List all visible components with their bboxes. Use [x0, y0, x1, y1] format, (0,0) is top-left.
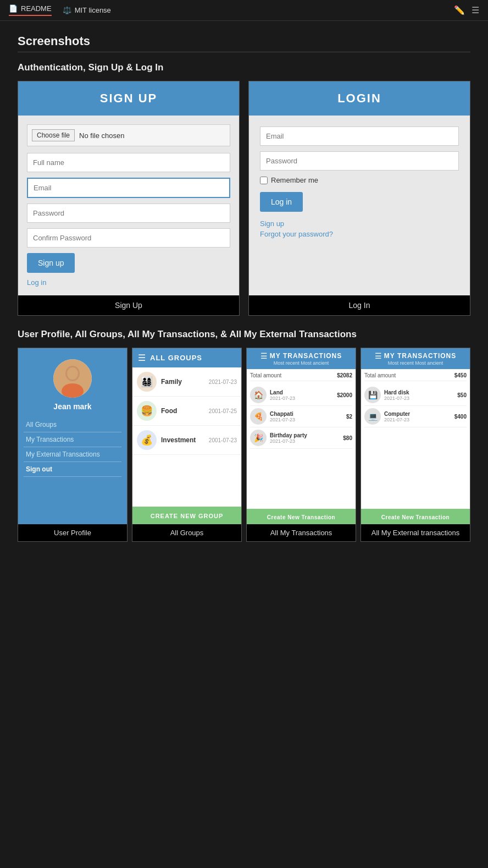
birthday-icon: 🎉: [250, 430, 267, 446]
transactions-body: Total amount $2082 🏠 Land 2021-07-23 $20…: [247, 369, 356, 509]
avatar: [53, 359, 92, 398]
computer-icon: 💻: [364, 408, 381, 425]
main-title: Screenshots: [18, 34, 470, 48]
remember-checkbox[interactable]: [260, 177, 268, 184]
groups-header: ☰ ALL GROUPS: [132, 348, 241, 367]
auth-screenshots-row: SIGN UP Choose file No file chosen: [18, 81, 470, 316]
transaction-name: Hard disk: [384, 389, 454, 395]
login-caption: Log In: [249, 295, 470, 315]
nav-license-label: MIT license: [75, 6, 111, 14]
list-item: 🍔 Food 2001-07-25: [132, 397, 241, 426]
user-name: Jean mark: [53, 402, 91, 411]
forgot-password-link[interactable]: Forgot your password?: [260, 230, 459, 238]
list-item: 💻 Computer 2021-07-23 $400: [364, 406, 467, 427]
transactions-title: MY TRANSACTIONS: [270, 352, 342, 360]
transaction-info: Hard disk 2021-07-23: [384, 389, 454, 401]
license-icon: ⚖️: [63, 6, 71, 14]
transactions-hamburger-icon[interactable]: ☰: [260, 351, 268, 360]
ext-transactions-hamburger-icon[interactable]: ☰: [375, 351, 382, 360]
signup-title: SIGN UP: [28, 91, 229, 106]
password-input[interactable]: [27, 204, 230, 223]
transaction-date: 2021-07-23: [270, 395, 334, 401]
main-content: Screenshots Authentication, Sign Up & Lo…: [0, 21, 488, 555]
my-transactions-panel: ☰ MY TRANSACTIONS Most recent Most ancie…: [246, 348, 356, 542]
groups-widget: ☰ ALL GROUPS 👨‍👩‍👧‍👦 Family 2021-07-23 🍔…: [132, 348, 241, 524]
land-icon: 🏠: [250, 387, 267, 403]
section1-title: Authentication, Sign Up & Log In: [18, 62, 470, 73]
my-transactions-link[interactable]: My Transactions: [24, 432, 121, 447]
ext-transactions-header: ☰ MY TRANSACTIONS Most recent Most ancie…: [361, 348, 470, 369]
signup-widget: SIGN UP Choose file No file chosen: [18, 81, 239, 295]
list-item: 💰 Investment 2001-07-23: [132, 426, 241, 455]
transaction-info: Chappati 2021-07-23: [270, 411, 343, 422]
nav-readme[interactable]: 📄 README: [9, 4, 52, 16]
all-groups-link[interactable]: All Groups: [24, 417, 121, 432]
transaction-name: Birthday party: [270, 432, 340, 438]
readme-icon: 📄: [9, 4, 18, 13]
confirm-password-input[interactable]: [27, 228, 230, 248]
all-groups-panel: ☰ ALL GROUPS 👨‍👩‍👧‍👦 Family 2021-07-23 🍔…: [132, 348, 242, 542]
transactions-header: ☰ MY TRANSACTIONS Most recent Most ancie…: [247, 348, 356, 369]
ext-transactions-footer: Create New Transaction: [361, 509, 470, 524]
group-name: Food: [161, 407, 177, 415]
ext-total-label: Total amount: [364, 372, 396, 378]
remember-label: Remember me: [271, 176, 318, 184]
transactions-footer: Create New Transaction: [247, 509, 356, 524]
sign-out-link[interactable]: Sign out: [24, 462, 121, 477]
group-date: 2001-07-25: [209, 408, 237, 414]
group-food-icon: 🍔: [137, 401, 157, 421]
my-external-transactions-link[interactable]: My External Transactions: [24, 447, 121, 462]
create-transaction-button[interactable]: Create New Transaction: [267, 514, 335, 520]
create-ext-transaction-button[interactable]: Create New Transaction: [381, 514, 450, 520]
list-item: 🍕 Chappati 2021-07-23 $2: [250, 406, 352, 427]
login-password-input[interactable]: [260, 151, 459, 171]
user-profile-widget: Jean mark All Groups My Transactions My …: [18, 348, 127, 524]
email-input[interactable]: [27, 178, 230, 198]
groups-hamburger-icon[interactable]: ☰: [138, 353, 146, 363]
transactions-sub: Most recent Most ancient: [274, 360, 329, 366]
group-name: Family: [161, 378, 182, 386]
login-link[interactable]: Log in: [27, 278, 230, 287]
signup-button[interactable]: Sign up: [27, 253, 75, 273]
transaction-info: Land 2021-07-23: [270, 389, 334, 401]
signup-link[interactable]: Sign up: [260, 219, 459, 228]
group-date: 2001-07-23: [209, 437, 237, 443]
login-email-input[interactable]: [260, 127, 459, 146]
my-transactions-caption: All My Transactions: [247, 524, 356, 541]
transactions-widget: ☰ MY TRANSACTIONS Most recent Most ancie…: [247, 348, 356, 524]
nav-mit-license[interactable]: ⚖️ MIT license: [63, 6, 111, 14]
total-label: Total amount: [250, 372, 281, 378]
top-nav: 📄 README ⚖️ MIT license ✏️ ☰: [0, 0, 488, 21]
ext-transactions-title: MY TRANSACTIONS: [384, 352, 456, 360]
hard-disk-icon: 💾: [364, 387, 381, 403]
user-profile-caption: User Profile: [18, 524, 127, 541]
choose-file-button[interactable]: Choose file: [32, 129, 75, 141]
group-family-icon: 👨‍👩‍👧‍👦: [137, 372, 157, 392]
signup-body: Choose file No file chosen Sign up Log i…: [18, 116, 239, 295]
ext-transactions-caption: All My External transactions: [361, 524, 470, 541]
menu-icon[interactable]: ☰: [472, 5, 479, 15]
fullname-input[interactable]: [27, 153, 230, 172]
transaction-amount: $2000: [337, 392, 352, 398]
transaction-amount: $80: [343, 435, 352, 441]
groups-footer: CREATE NEW GROUP: [132, 507, 241, 524]
transaction-name: Chappati: [270, 411, 343, 417]
my-external-transactions-panel: ☰ MY TRANSACTIONS Most recent Most ancie…: [361, 348, 470, 542]
login-button[interactable]: Log in: [260, 192, 303, 212]
transaction-name: Land: [270, 389, 334, 395]
create-group-button[interactable]: CREATE NEW GROUP: [151, 513, 224, 519]
login-links: Sign up Forgot your password?: [260, 219, 459, 238]
transaction-date: 2021-07-23: [384, 395, 454, 401]
profile-screenshots-row: Jean mark All Groups My Transactions My …: [18, 348, 470, 542]
total-amount: $2082: [337, 372, 352, 378]
nav-action-icons: ✏️ ☰: [454, 5, 479, 15]
svg-point-3: [67, 367, 78, 380]
transaction-date: 2021-07-23: [384, 417, 451, 422]
edit-icon[interactable]: ✏️: [454, 5, 465, 15]
user-nav-links: All Groups My Transactions My External T…: [24, 417, 121, 477]
login-body: Remember me Log in Sign up Forgot your p…: [249, 116, 470, 295]
file-upload-row: Choose file No file chosen: [27, 124, 230, 146]
transaction-name: Computer: [384, 411, 451, 417]
ext-transactions-widget: ☰ MY TRANSACTIONS Most recent Most ancie…: [361, 348, 470, 524]
ext-transactions-body: Total amount $450 💾 Hard disk 2021-07-23…: [361, 369, 470, 509]
